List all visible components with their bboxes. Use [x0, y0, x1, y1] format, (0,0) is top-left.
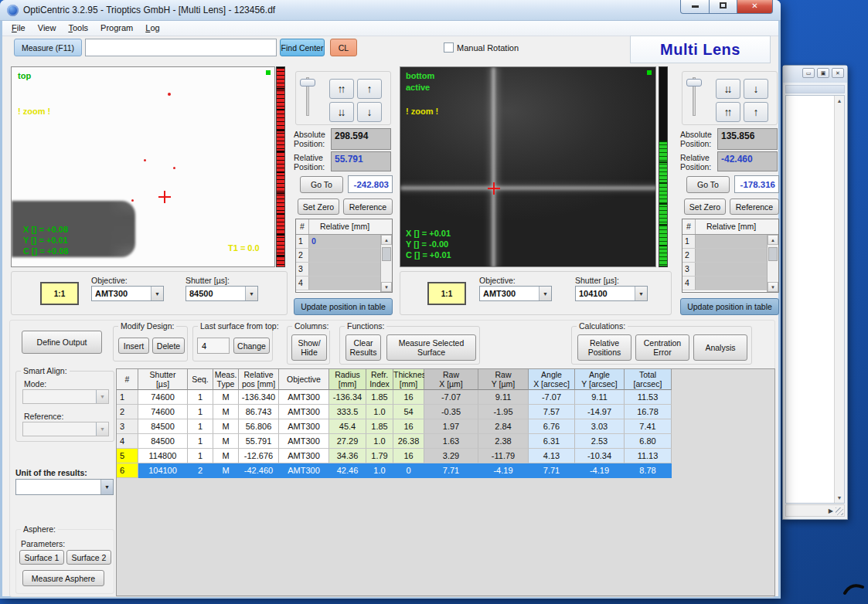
menu-tools[interactable]: Tools [62, 21, 94, 35]
relative-row[interactable]: 1 [682, 235, 767, 249]
scroll-thumb[interactable] [768, 247, 778, 261]
table-cell[interactable]: 26.38 [393, 434, 424, 449]
table-cell[interactable]: 2.84 [478, 419, 529, 434]
table-cell[interactable]: AMT300 [279, 449, 329, 463]
table-cell[interactable]: -4.19 [478, 463, 529, 478]
cl-button[interactable]: CL [330, 39, 357, 56]
table-cell[interactable]: 6 [117, 463, 138, 478]
table-cell[interactable]: AMT300 [279, 405, 329, 419]
table-cell[interactable]: M [213, 419, 239, 434]
table-cell[interactable]: 2.53 [575, 434, 625, 449]
show-hide-button[interactable]: Show/ Hide [291, 334, 327, 361]
reference-button-left[interactable]: Reference [343, 199, 393, 215]
table-cell[interactable]: 45.4 [329, 419, 366, 434]
table-cell[interactable]: 3 [117, 419, 138, 434]
relative-positions-button[interactable]: Relative Positions [577, 334, 631, 361]
table-cell[interactable]: M [213, 463, 239, 478]
table-cell[interactable]: -42.460 [239, 463, 279, 478]
table-cell[interactable]: 7.71 [529, 463, 575, 478]
measure-asphere-button[interactable]: Measure Asphere [22, 570, 104, 586]
camera-view-bottom[interactable]: bottom active ! zoom ! X [] = +0.01 Y []… [400, 66, 656, 267]
table-cell[interactable]: 1.85 [366, 419, 393, 434]
table-cell[interactable]: -11.79 [478, 449, 529, 463]
table-cell[interactable]: 16 [393, 449, 424, 463]
clear-results-button[interactable]: Clear Results [345, 334, 381, 361]
table-cell[interactable]: 84500 [138, 434, 188, 449]
scroll-down-icon[interactable]: ▼ [381, 282, 392, 292]
table-cell[interactable]: AMT300 [279, 419, 329, 434]
table-cell[interactable]: 9.11 [575, 390, 625, 405]
table-cell[interactable]: 1.0 [366, 463, 393, 478]
maximize-button[interactable] [710, 0, 737, 14]
jog-up-fast-button[interactable]: ↑↑ [716, 102, 740, 122]
table-row[interactable]: 4845001M55.791AMT30027.291.026.381.632.3… [117, 434, 672, 449]
mode-select[interactable]: ▼ [22, 389, 109, 404]
table-cell[interactable]: -1.95 [478, 405, 529, 419]
table-cell[interactable]: 84500 [138, 419, 188, 434]
jog-down-fast-button[interactable]: ↓↓ [716, 79, 740, 99]
table-cell[interactable]: -136.34 [329, 390, 366, 405]
mini-scrollbar[interactable]: ▲ ▼ [767, 235, 778, 292]
maximize-icon[interactable]: ▣ [817, 68, 829, 78]
close-icon[interactable]: ✕ [832, 68, 844, 78]
table-cell[interactable]: 104100 [138, 463, 188, 478]
objective-select-left[interactable]: AMT300▼ [91, 286, 164, 301]
table-cell[interactable]: 1.85 [366, 390, 393, 405]
table-cell[interactable]: AMT300 [279, 390, 329, 405]
relative-row[interactable]: 3 [296, 263, 380, 277]
scroll-up-icon[interactable]: ▲ [381, 235, 392, 245]
shutter-select-right[interactable]: 104100▼ [575, 286, 648, 301]
table-row[interactable]: 3845001M56.806AMT30045.41.85161.972.846.… [117, 419, 672, 434]
reference-select[interactable]: ▼ [22, 422, 109, 436]
table-cell[interactable]: 1 [188, 434, 213, 449]
table-cell[interactable]: M [213, 405, 239, 419]
jog-down-fast-button[interactable]: ↓↓ [329, 102, 354, 122]
measure-input[interactable] [85, 39, 277, 56]
goto-button-left[interactable]: Go To [300, 176, 343, 193]
table-cell[interactable]: 74600 [138, 405, 188, 419]
table-cell[interactable]: AMT300 [279, 463, 329, 478]
surface2-button[interactable]: Surface 2 [66, 550, 111, 565]
table-row[interactable]: 61041002M-42.460AMT30042.461.007.71-4.19… [117, 463, 672, 478]
table-cell[interactable]: M [213, 449, 239, 463]
table-cell[interactable]: -12.676 [239, 449, 279, 463]
table-cell[interactable]: 4 [117, 434, 138, 449]
focus-slider-handle-left[interactable] [300, 79, 315, 87]
relative-row[interactable]: 10 [296, 235, 380, 249]
table-cell[interactable]: 11.53 [625, 390, 672, 405]
goto-input-right[interactable] [734, 175, 779, 193]
objective-select-right[interactable]: AMT300▼ [479, 286, 552, 301]
camera-view-top[interactable]: top ! zoom ! X [] = +0.08 Y [] = +0.01 C… [11, 66, 275, 267]
table-cell[interactable]: -14.97 [575, 405, 625, 419]
mini-scrollbar[interactable]: ▲ ▼ [380, 235, 392, 292]
focus-slider-handle-right[interactable] [686, 79, 702, 87]
relative-row[interactable]: 4 [682, 277, 767, 290]
table-cell[interactable]: 11.13 [625, 449, 672, 463]
jog-down-button[interactable]: ↓ [744, 79, 768, 99]
minimize-button[interactable] [680, 0, 710, 14]
table-cell[interactable]: 1 [188, 390, 213, 405]
table-cell[interactable]: 6.76 [529, 419, 575, 434]
table-cell[interactable]: -7.07 [424, 390, 478, 405]
titlebar[interactable]: OptiCentric 3.2.95 - Trioptics GmbH - [M… [0, 0, 781, 21]
jog-up-fast-button[interactable]: ↑↑ [329, 79, 354, 99]
table-cell[interactable]: 8.78 [625, 463, 672, 478]
table-cell[interactable]: 0 [393, 463, 424, 478]
table-cell[interactable]: 7.71 [424, 463, 478, 478]
measure-button[interactable]: Measure (F11) [14, 39, 82, 56]
table-cell[interactable]: 6.80 [625, 434, 672, 449]
table-cell[interactable]: 333.5 [329, 405, 366, 419]
table-cell[interactable]: 34.36 [329, 449, 366, 463]
table-cell[interactable]: 1 [188, 405, 213, 419]
goto-input-left[interactable] [348, 175, 393, 193]
menu-view[interactable]: View [32, 21, 63, 35]
scroll-down-icon[interactable]: ▼ [835, 493, 844, 503]
table-cell[interactable]: 42.46 [329, 463, 366, 478]
analysis-button[interactable]: Analysis [693, 334, 747, 361]
table-cell[interactable]: 1.79 [366, 449, 393, 463]
insert-button[interactable]: Insert [118, 338, 149, 354]
scroll-up-icon[interactable]: ▲ [835, 96, 844, 106]
background-window-scrollbar[interactable]: ▲ ▼ [834, 96, 844, 503]
table-cell[interactable]: 1 [117, 390, 138, 405]
table-cell[interactable]: -0.35 [424, 405, 478, 419]
